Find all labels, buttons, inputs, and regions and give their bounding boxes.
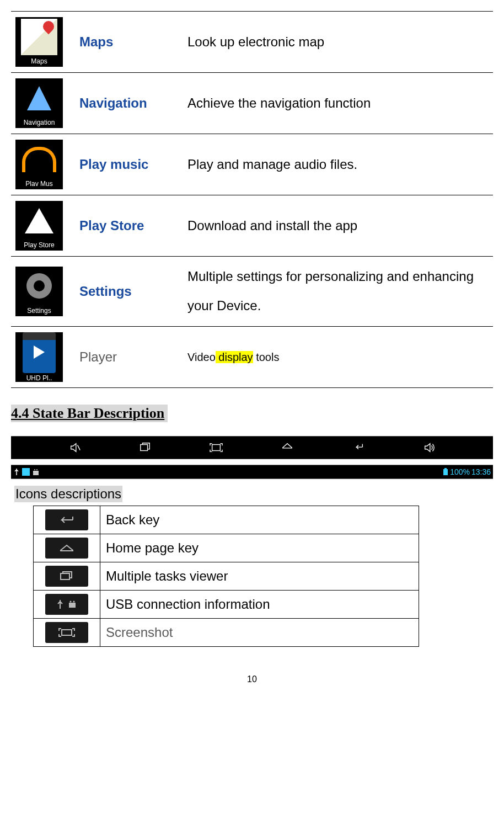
svg-point-4 xyxy=(34,469,35,470)
app-row-navigation: Navigation Navigation Achieve the naviga… xyxy=(11,73,493,134)
app-name[interactable]: Play Store xyxy=(79,218,144,233)
android-icon xyxy=(32,468,40,476)
app-row-player: UHD Pl.. Player Video display tools xyxy=(11,326,493,387)
navigation-icon: Navigation xyxy=(15,78,63,128)
home-key-icon xyxy=(45,538,88,559)
svg-rect-12 xyxy=(62,630,72,635)
icon-label: Back key xyxy=(106,512,159,527)
recent-apps-icon[interactable] xyxy=(139,442,151,454)
section-heading: 4.4 State Bar Description xyxy=(11,405,168,422)
icon-label: Screenshot xyxy=(106,625,173,640)
svg-point-10 xyxy=(70,600,72,602)
apps-table: Maps Maps Look up electronic map Navigat… xyxy=(11,11,493,388)
status-bar: 100% 13:36 xyxy=(11,465,493,479)
play-music-icon: Plav Mus xyxy=(15,140,63,189)
icon-label: Multiple tasks viewer xyxy=(106,568,228,583)
page-number: 10 xyxy=(11,674,493,684)
battery-icon xyxy=(443,468,448,476)
svg-line-0 xyxy=(77,445,80,450)
icons-descriptions-label: Icons descriptions xyxy=(14,486,122,502)
home-icon[interactable] xyxy=(281,442,294,454)
icon-row-tasks: Multiple tasks viewer xyxy=(34,562,419,590)
svg-point-11 xyxy=(73,600,75,602)
back-icon[interactable] xyxy=(352,442,365,454)
icon-row-screenshot: Screenshot xyxy=(34,618,419,646)
app-desc: Video display tools xyxy=(187,349,279,364)
back-key-icon xyxy=(45,509,88,530)
volume-up-icon[interactable] xyxy=(423,442,435,454)
player-icon: UHD Pl.. xyxy=(15,332,63,382)
app-row-maps: Maps Maps Look up electronic map xyxy=(11,12,493,73)
usb-info-icon xyxy=(45,594,88,615)
svg-point-5 xyxy=(36,469,37,470)
app-row-play-store: Play Store Play Store Download and insta… xyxy=(11,195,493,257)
svg-rect-3 xyxy=(33,471,39,475)
icon-label: Home page key xyxy=(106,540,199,555)
svg-rect-1 xyxy=(140,444,147,450)
icon-label: USB connection information xyxy=(106,597,270,612)
icons-table: Back key Home page key Multiple tasks vi… xyxy=(33,506,419,647)
svg-rect-7 xyxy=(444,468,447,469)
screenshot-key-icon xyxy=(45,622,88,643)
app-name[interactable]: Settings xyxy=(79,284,132,299)
volume-down-icon[interactable] xyxy=(69,442,81,454)
svg-rect-8 xyxy=(61,573,69,580)
app-name[interactable]: Play music xyxy=(79,157,148,172)
navigation-bar xyxy=(11,436,493,459)
usb-icon xyxy=(13,468,20,476)
app-name[interactable]: Maps xyxy=(79,34,113,49)
app-desc: Download and install the app xyxy=(187,218,357,233)
play-store-icon: Play Store xyxy=(15,201,63,251)
svg-rect-9 xyxy=(69,603,76,608)
clock-time: 13:36 xyxy=(471,467,491,476)
settings-icon: Settings xyxy=(15,267,63,316)
icon-row-home: Home page key xyxy=(34,534,419,562)
battery-percent: 100% xyxy=(450,467,470,476)
app-desc: Play and manage audio files. xyxy=(187,157,357,172)
app-desc: Achieve the navigation function xyxy=(187,95,371,110)
svg-rect-2 xyxy=(212,444,220,450)
app-row-play-music: Plav Mus Play music Play and manage audi… xyxy=(11,134,493,195)
icon-row-back: Back key xyxy=(34,506,419,534)
app-desc: Multiple settings for personalizing and … xyxy=(187,269,474,313)
svg-rect-6 xyxy=(443,469,448,475)
screenshot-icon[interactable] xyxy=(209,442,223,454)
app-name: Player xyxy=(79,349,117,364)
app-desc: Look up electronic map xyxy=(187,34,324,49)
app-row-settings: Settings Settings Multiple settings for … xyxy=(11,257,493,327)
icon-row-usb: USB connection information xyxy=(34,590,419,618)
app-name[interactable]: Navigation xyxy=(79,95,147,110)
tasks-key-icon xyxy=(45,566,88,587)
maps-icon: Maps xyxy=(15,17,63,67)
status-indicator-icon xyxy=(22,468,30,476)
